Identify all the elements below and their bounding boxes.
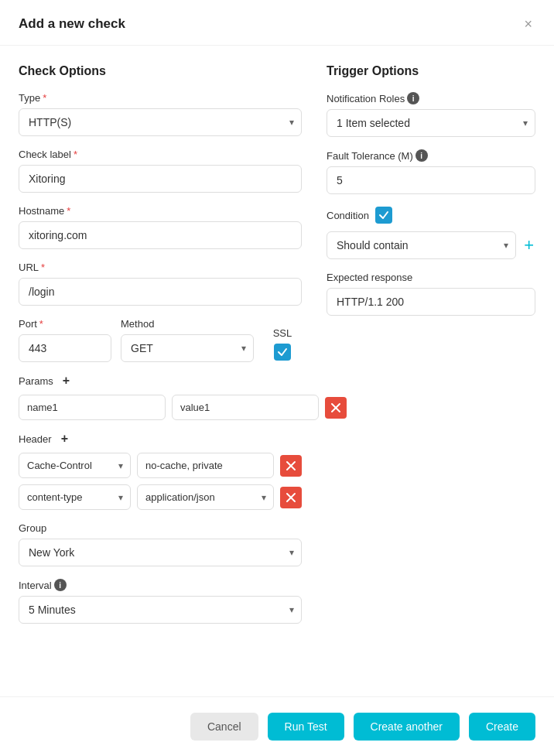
- port-method-ssl-row: Port * Method GET POST PUT DELETE: [19, 318, 302, 362]
- group-label: Group: [19, 522, 302, 534]
- check-options-column: Check Options Type * HTTP(S) TCP ICMP DN…: [19, 64, 302, 678]
- params-header: Params +: [19, 375, 302, 387]
- type-field-group: Type * HTTP(S) TCP ICMP DNS ▾: [19, 92, 302, 136]
- modal-title: Add a new check: [19, 16, 125, 32]
- expected-response-label: Expected response: [327, 272, 535, 283]
- fault-tolerance-input[interactable]: [327, 166, 535, 194]
- condition-checkbox[interactable]: [375, 207, 392, 224]
- add-condition-button[interactable]: +: [522, 237, 535, 254]
- interval-label: Interval i: [19, 579, 302, 591]
- header-key-2-wrapper: Cache-Control content-type Authorization…: [19, 484, 131, 510]
- delete-header-2-button[interactable]: [280, 487, 302, 508]
- notification-roles-info-icon: i: [407, 92, 419, 104]
- port-input[interactable]: [19, 334, 111, 362]
- interval-select[interactable]: 1 Minute 5 Minutes 10 Minutes 15 Minutes…: [19, 596, 302, 624]
- check-options-title: Check Options: [19, 64, 302, 78]
- add-param-button[interactable]: +: [60, 375, 73, 387]
- condition-row: Should contain Should not contain Status…: [327, 231, 535, 259]
- header-key-1-select[interactable]: Cache-Control content-type Authorization: [19, 453, 131, 478]
- notification-roles-label: Notification Roles i: [327, 92, 535, 104]
- check-label-label: Check label *: [19, 149, 302, 160]
- url-input[interactable]: [19, 278, 302, 306]
- create-button[interactable]: Create: [469, 713, 535, 741]
- header-header: Header +: [19, 433, 302, 445]
- port-label: Port *: [19, 318, 111, 330]
- run-test-button[interactable]: Run Test: [268, 713, 344, 741]
- ssl-checkbox[interactable]: [274, 344, 291, 361]
- header-value-1-input[interactable]: [137, 453, 274, 478]
- condition-select[interactable]: Should contain Should not contain Status…: [327, 231, 516, 259]
- interval-select-wrapper: 1 Minute 5 Minutes 10 Minutes 15 Minutes…: [19, 596, 302, 624]
- group-field-group: Group New York London Tokyo Frankfurt ▾: [19, 522, 302, 566]
- create-another-button[interactable]: Create another: [354, 713, 460, 741]
- type-label: Type *: [19, 92, 302, 104]
- method-label: Method: [121, 318, 254, 330]
- check-label-required-star: *: [74, 149, 77, 160]
- group-select-wrapper: New York London Tokyo Frankfurt ▾: [19, 539, 302, 566]
- port-required-star: *: [39, 318, 43, 330]
- modal-header: Add a new check ×: [0, 0, 554, 46]
- header-value-1-wrapper: [137, 453, 274, 478]
- type-select[interactable]: HTTP(S) TCP ICMP DNS: [19, 108, 302, 136]
- group-select[interactable]: New York London Tokyo Frankfurt: [19, 539, 302, 566]
- type-select-wrapper: HTTP(S) TCP ICMP DNS ▾: [19, 108, 302, 136]
- check-label-field-group: Check label *: [19, 149, 302, 193]
- type-required-star: *: [43, 92, 46, 104]
- method-select-wrapper: GET POST PUT DELETE ▾: [121, 334, 254, 362]
- header-field-group: Header + Cache-Control content-type Auth…: [19, 433, 302, 510]
- header-value-2-select-wrapper: application/json text/html no-cache, pri…: [137, 484, 274, 510]
- port-field-group: Port *: [19, 318, 111, 362]
- expected-response-input[interactable]: [327, 288, 535, 316]
- ssl-check-icon: [277, 347, 288, 357]
- trigger-options-column: Trigger Options Notification Roles i 1 I…: [327, 64, 535, 678]
- header-label: Header: [19, 433, 52, 445]
- header-key-1-wrapper: Cache-Control content-type Authorization…: [19, 453, 131, 478]
- fault-tolerance-field-group: Fault Tolerance (M) i: [327, 149, 535, 194]
- fault-tolerance-label: Fault Tolerance (M) i: [327, 149, 535, 162]
- notification-roles-field-group: Notification Roles i 1 Item selected ▾: [327, 92, 535, 137]
- ssl-label: SSL: [273, 327, 292, 339]
- modal-close-button[interactable]: ×: [521, 15, 535, 32]
- url-field-group: URL *: [19, 262, 302, 306]
- header-row-1: Cache-Control content-type Authorization…: [19, 453, 302, 478]
- fault-tolerance-info-icon: i: [416, 149, 428, 162]
- notification-roles-select-wrapper: 1 Item selected ▾: [327, 109, 535, 137]
- expected-response-field-group: Expected response: [327, 272, 535, 316]
- ssl-field-group: SSL: [263, 318, 302, 362]
- interval-info-icon: i: [54, 579, 67, 591]
- hostname-label: Hostname *: [19, 205, 302, 217]
- param-value-input[interactable]: [172, 395, 319, 420]
- cancel-button[interactable]: Cancel: [190, 713, 258, 741]
- method-field-group: Method GET POST PUT DELETE ▾: [121, 318, 254, 362]
- notification-roles-select[interactable]: 1 Item selected: [327, 109, 535, 137]
- modal-footer: Cancel Run Test Create another Create: [0, 696, 554, 756]
- params-field-group: Params +: [19, 375, 302, 420]
- header-value-2-select[interactable]: application/json text/html no-cache, pri…: [137, 484, 274, 510]
- condition-field-group: Condition Should contain Should not cont…: [327, 207, 535, 259]
- condition-label-row: Condition: [327, 207, 535, 224]
- header-key-2-select[interactable]: Cache-Control content-type Authorization: [19, 484, 131, 510]
- condition-select-wrapper: Should contain Should not contain Status…: [327, 231, 516, 259]
- trigger-options-title: Trigger Options: [327, 64, 535, 78]
- check-label-input[interactable]: [19, 165, 302, 193]
- condition-label: Condition: [327, 210, 369, 221]
- hostname-input[interactable]: [19, 221, 302, 249]
- delete-header-1-button[interactable]: [280, 455, 302, 477]
- delete-header-1-icon: [286, 460, 296, 471]
- header-row-2: Cache-Control content-type Authorization…: [19, 484, 302, 510]
- method-select[interactable]: GET POST PUT DELETE: [121, 334, 254, 362]
- modal: Add a new check × Check Options Type * H…: [0, 0, 554, 756]
- url-required-star: *: [41, 262, 45, 273]
- add-header-button[interactable]: +: [58, 433, 71, 445]
- params-label: Params: [19, 375, 53, 387]
- param-row: [19, 395, 302, 420]
- hostname-required-star: *: [67, 205, 70, 217]
- condition-check-icon: [378, 210, 389, 221]
- header-value-2-wrapper: application/json text/html no-cache, pri…: [137, 484, 274, 510]
- hostname-field-group: Hostname *: [19, 205, 302, 249]
- delete-header-2-icon: [286, 492, 296, 503]
- modal-body: Check Options Type * HTTP(S) TCP ICMP DN…: [0, 46, 554, 678]
- url-label: URL *: [19, 262, 302, 273]
- interval-field-group: Interval i 1 Minute 5 Minutes 10 Minutes…: [19, 579, 302, 624]
- param-name-input[interactable]: [19, 395, 166, 420]
